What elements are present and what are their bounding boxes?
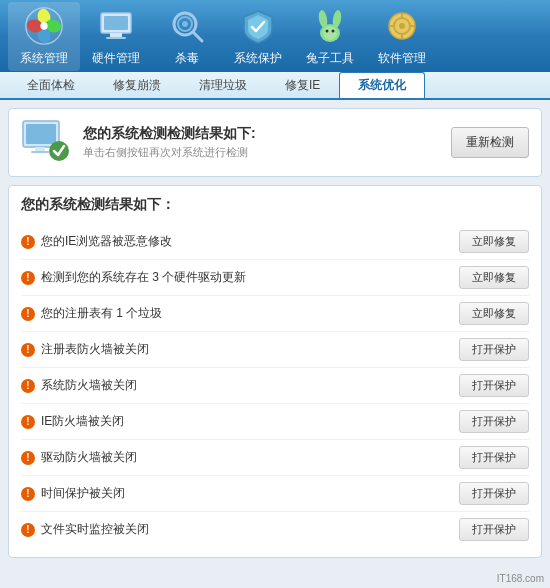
nav-kill-label: 杀毒 (175, 50, 199, 67)
watermark: IT168.com (497, 573, 544, 584)
result-text-reg-firewall: 注册表防火墙被关闭 (41, 341, 149, 358)
action-btn-driver-firewall[interactable]: 打开保护 (459, 446, 529, 469)
warning-icon-sys-firewall: ! (21, 379, 35, 393)
svg-point-13 (182, 21, 188, 27)
warning-icon-file-monitor: ! (21, 523, 35, 537)
nav-rabbit-label: 兔子工具 (306, 50, 354, 67)
svg-rect-31 (35, 147, 45, 151)
svg-point-5 (40, 22, 47, 29)
result-left-ie-firewall: !IE防火墙被关闭 (21, 413, 124, 430)
warning-icon-ie-modified: ! (21, 235, 35, 249)
action-btn-driver-update[interactable]: 立即修复 (459, 266, 529, 289)
summary-title: 您的系统检测检测结果如下: (83, 125, 256, 143)
warning-icon-driver-update: ! (21, 271, 35, 285)
result-text-sys-firewall: 系统防火墙被关闭 (41, 377, 137, 394)
action-btn-reg-junk[interactable]: 立即修复 (459, 302, 529, 325)
protection-icon (238, 6, 278, 46)
rescan-button[interactable]: 重新检测 (451, 127, 529, 158)
svg-point-19 (332, 29, 335, 32)
svg-rect-29 (26, 124, 56, 144)
result-item-time-protection: !时间保护被关闭打开保护 (21, 476, 529, 512)
result-left-time-protection: !时间保护被关闭 (21, 485, 125, 502)
nav-software[interactable]: 软件管理 (366, 2, 438, 71)
summary-left: 您的系统检测检测结果如下: 单击右侧按钮再次对系统进行检测 (21, 119, 256, 166)
result-item-reg-firewall: !注册表防火墙被关闭打开保护 (21, 332, 529, 368)
results-box: 您的系统检测结果如下： !您的IE浏览器被恶意修改立即修复!检测到您的系统存在 … (8, 185, 542, 558)
action-btn-sys-firewall[interactable]: 打开保护 (459, 374, 529, 397)
results-title: 您的系统检测结果如下： (21, 196, 529, 214)
warning-icon-reg-firewall: ! (21, 343, 35, 357)
main-content: 您的系统检测检测结果如下: 单击右侧按钮再次对系统进行检测 重新检测 您的系统检… (0, 100, 550, 588)
nav-kill[interactable]: 杀毒 (152, 2, 222, 71)
result-left-reg-junk: !您的注册表有 1 个垃圾 (21, 305, 162, 322)
result-item-file-monitor: !文件实时监控被关闭打开保护 (21, 512, 529, 547)
nav-protection-label: 系统保护 (234, 50, 282, 67)
result-left-driver-firewall: !驱动防火墙被关闭 (21, 449, 137, 466)
result-item-ie-firewall: !IE防火墙被关闭打开保护 (21, 404, 529, 440)
nav-rabbit[interactable]: 兔子工具 (294, 2, 366, 71)
nav-hardware[interactable]: 硬件管理 (80, 2, 152, 71)
warning-icon-time-protection: ! (21, 487, 35, 501)
svg-point-20 (328, 33, 332, 35)
nav-software-label: 软件管理 (378, 50, 426, 67)
result-left-ie-modified: !您的IE浏览器被恶意修改 (21, 233, 172, 250)
warning-icon-reg-junk: ! (21, 307, 35, 321)
top-navbar: 系统管理 硬件管理 杀毒 (0, 0, 550, 72)
computer-icon (21, 119, 73, 166)
result-item-reg-junk: !您的注册表有 1 个垃圾立即修复 (21, 296, 529, 332)
svg-line-12 (193, 32, 202, 41)
svg-point-18 (326, 29, 329, 32)
result-left-file-monitor: !文件实时监控被关闭 (21, 521, 149, 538)
result-text-ie-firewall: IE防火墙被关闭 (41, 413, 124, 430)
summary-box: 您的系统检测检测结果如下: 单击右侧按钮再次对系统进行检测 重新检测 (8, 108, 542, 177)
warning-icon-ie-firewall: ! (21, 415, 35, 429)
svg-rect-7 (104, 16, 128, 30)
nav-hardware-label: 硬件管理 (92, 50, 140, 67)
kill-icon (167, 6, 207, 46)
nav-logo[interactable]: 系统管理 (8, 2, 80, 71)
warning-icon-driver-firewall: ! (21, 451, 35, 465)
tab-clean-junk[interactable]: 清理垃圾 (180, 72, 266, 98)
tab-optimize[interactable]: 系统优化 (339, 72, 425, 98)
result-left-sys-firewall: !系统防火墙被关闭 (21, 377, 137, 394)
summary-subtitle: 单击右侧按钮再次对系统进行检测 (83, 145, 256, 160)
svg-point-27 (399, 23, 405, 29)
svg-point-30 (49, 141, 69, 161)
nav-protection[interactable]: 系统保护 (222, 2, 294, 71)
action-btn-file-monitor[interactable]: 打开保护 (459, 518, 529, 541)
nav-logo-label: 系统管理 (20, 50, 68, 67)
summary-text: 您的系统检测检测结果如下: 单击右侧按钮再次对系统进行检测 (83, 125, 256, 160)
svg-rect-9 (106, 37, 126, 39)
tab-full-check[interactable]: 全面体检 (8, 72, 94, 98)
tab-repair-crash[interactable]: 修复崩溃 (94, 72, 180, 98)
result-left-reg-firewall: !注册表防火墙被关闭 (21, 341, 149, 358)
result-text-driver-firewall: 驱动防火墙被关闭 (41, 449, 137, 466)
software-icon (382, 6, 422, 46)
svg-rect-32 (31, 151, 49, 153)
tab-bar: 全面体检 修复崩溃 清理垃圾 修复IE 系统优化 (0, 72, 550, 100)
tab-repair-ie[interactable]: 修复IE (266, 72, 339, 98)
action-btn-ie-firewall[interactable]: 打开保护 (459, 410, 529, 433)
action-btn-ie-modified[interactable]: 立即修复 (459, 230, 529, 253)
result-item-driver-firewall: !驱动防火墙被关闭打开保护 (21, 440, 529, 476)
svg-rect-8 (110, 33, 122, 37)
result-text-reg-junk: 您的注册表有 1 个垃圾 (41, 305, 162, 322)
result-text-driver-update: 检测到您的系统存在 3 个硬件驱动更新 (41, 269, 246, 286)
result-text-time-protection: 时间保护被关闭 (41, 485, 125, 502)
results-list: !您的IE浏览器被恶意修改立即修复!检测到您的系统存在 3 个硬件驱动更新立即修… (21, 224, 529, 547)
result-text-ie-modified: 您的IE浏览器被恶意修改 (41, 233, 172, 250)
result-item-sys-firewall: !系统防火墙被关闭打开保护 (21, 368, 529, 404)
result-item-driver-update: !检测到您的系统存在 3 个硬件驱动更新立即修复 (21, 260, 529, 296)
rabbit-icon (310, 6, 350, 46)
result-left-driver-update: !检测到您的系统存在 3 个硬件驱动更新 (21, 269, 246, 286)
action-btn-time-protection[interactable]: 打开保护 (459, 482, 529, 505)
result-item-ie-modified: !您的IE浏览器被恶意修改立即修复 (21, 224, 529, 260)
logo-icon (24, 6, 64, 46)
hardware-icon (96, 6, 136, 46)
result-text-file-monitor: 文件实时监控被关闭 (41, 521, 149, 538)
action-btn-reg-firewall[interactable]: 打开保护 (459, 338, 529, 361)
